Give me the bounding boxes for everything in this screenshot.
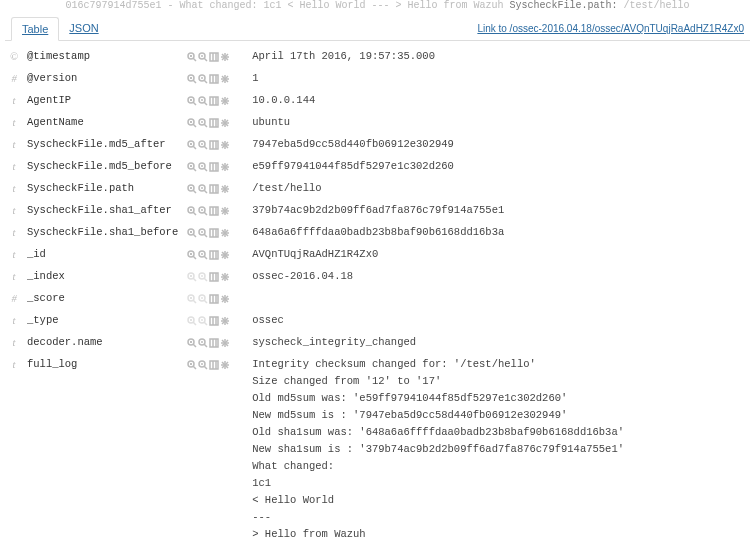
filter-for-icon[interactable]	[186, 246, 197, 263]
exists-filter-icon[interactable]	[219, 136, 230, 153]
exists-filter-icon[interactable]	[219, 246, 230, 263]
filter-for-icon[interactable]	[186, 92, 197, 109]
filter-for-icon[interactable]	[186, 268, 197, 285]
filter-out-icon[interactable]	[197, 224, 208, 241]
exists-filter-icon[interactable]	[219, 334, 230, 351]
table-row: tSyscheckFile.md5_after7947eba5d9cc58d44…	[5, 134, 750, 156]
filter-for-icon[interactable]	[186, 334, 197, 351]
filter-for-icon[interactable]	[186, 48, 197, 65]
svg-line-49	[193, 146, 196, 149]
filter-out-icon[interactable]	[197, 246, 208, 263]
toggle-column-icon[interactable]	[208, 202, 219, 219]
filter-for-icon[interactable]	[186, 114, 197, 131]
filter-out-icon[interactable]	[197, 268, 208, 285]
filter-out-icon[interactable]	[197, 290, 208, 307]
toggle-column-icon[interactable]	[208, 268, 219, 285]
filter-for-icon[interactable]	[186, 70, 197, 87]
tab-json[interactable]: JSON	[59, 17, 108, 40]
exists-filter-icon[interactable]	[219, 48, 230, 65]
toggle-column-icon[interactable]	[208, 290, 219, 307]
field-type-icon: t	[5, 178, 23, 200]
toggle-column-icon[interactable]	[208, 92, 219, 109]
field-name: SyscheckFile.sha1_after	[23, 200, 182, 222]
svg-rect-67	[210, 163, 218, 171]
toggle-column-icon[interactable]	[208, 70, 219, 87]
filter-for-icon[interactable]	[186, 180, 197, 197]
field-name: _score	[23, 288, 182, 310]
field-name: decoder.name	[23, 332, 182, 354]
table-row: tfull_logIntegrity checksum changed for:…	[5, 354, 750, 543]
exists-filter-icon[interactable]	[219, 290, 230, 307]
svg-line-5	[204, 58, 207, 61]
exists-filter-icon[interactable]	[219, 202, 230, 219]
field-value: ossec-2016.04.18	[248, 266, 750, 288]
filter-out-icon[interactable]	[197, 114, 208, 131]
toggle-column-icon[interactable]	[208, 48, 219, 65]
field-value: 10.0.0.144	[248, 90, 750, 112]
toggle-column-icon[interactable]	[208, 334, 219, 351]
filter-for-icon[interactable]	[186, 290, 197, 307]
filter-out-icon[interactable]	[197, 70, 208, 87]
filter-out-icon[interactable]	[197, 202, 208, 219]
doc-link[interactable]: Link to /ossec-2016.04.18/ossec/AVQnTUqj…	[471, 19, 750, 38]
field-type-icon: ©	[5, 46, 23, 68]
filter-out-icon[interactable]	[197, 312, 208, 329]
table-row: tSyscheckFile.md5_beforee59ff97941044f85…	[5, 156, 750, 178]
exists-filter-icon[interactable]	[219, 158, 230, 175]
view-tabs: Table JSON Link to /ossec-2016.04.18/oss…	[5, 13, 750, 41]
field-type-icon: t	[5, 134, 23, 156]
filter-out-icon[interactable]	[197, 158, 208, 175]
filter-for-icon[interactable]	[186, 312, 197, 329]
field-name: @timestamp	[23, 46, 182, 68]
field-value: 648a6a6ffffdaa0badb23b8baf90b6168dd16b3a	[248, 222, 750, 244]
exists-filter-icon[interactable]	[219, 268, 230, 285]
toggle-column-icon[interactable]	[208, 136, 219, 153]
filter-out-icon[interactable]	[197, 356, 208, 373]
exists-filter-icon[interactable]	[219, 114, 230, 131]
filter-for-icon[interactable]	[186, 356, 197, 373]
table-row: tSyscheckFile.sha1_before648a6a6ffffdaa0…	[5, 222, 750, 244]
filter-out-icon[interactable]	[197, 180, 208, 197]
toggle-column-icon[interactable]	[208, 312, 219, 329]
exists-filter-icon[interactable]	[219, 224, 230, 241]
toggle-column-icon[interactable]	[208, 224, 219, 241]
filter-for-icon[interactable]	[186, 202, 197, 219]
table-row: ©@timestampApril 17th 2016, 19:57:35.000	[5, 46, 750, 68]
exists-filter-icon[interactable]	[219, 92, 230, 109]
toggle-column-icon[interactable]	[208, 158, 219, 175]
svg-rect-19	[210, 75, 218, 83]
exists-filter-icon[interactable]	[219, 180, 230, 197]
field-value: Integrity checksum changed for: '/test/h…	[248, 354, 750, 543]
field-type-icon: t	[5, 310, 23, 332]
filter-out-icon[interactable]	[197, 136, 208, 153]
svg-line-125	[204, 278, 207, 281]
svg-rect-43	[210, 119, 218, 127]
field-actions	[182, 134, 248, 156]
field-actions	[182, 178, 248, 200]
exists-filter-icon[interactable]	[219, 70, 230, 87]
svg-line-41	[204, 124, 207, 127]
table-row: #@version1	[5, 68, 750, 90]
svg-rect-31	[210, 97, 218, 105]
field-value: 7947eba5d9cc58d440fb06912e302949	[248, 134, 750, 156]
filter-for-icon[interactable]	[186, 136, 197, 153]
field-actions	[182, 332, 248, 354]
tab-table[interactable]: Table	[11, 17, 59, 41]
field-name: @version	[23, 68, 182, 90]
filter-out-icon[interactable]	[197, 48, 208, 65]
exists-filter-icon[interactable]	[219, 312, 230, 329]
toggle-column-icon[interactable]	[208, 356, 219, 373]
filter-for-icon[interactable]	[186, 158, 197, 175]
svg-line-157	[193, 344, 196, 347]
svg-line-121	[193, 278, 196, 281]
toggle-column-icon[interactable]	[208, 180, 219, 197]
toggle-column-icon[interactable]	[208, 246, 219, 263]
toggle-column-icon[interactable]	[208, 114, 219, 131]
filter-out-icon[interactable]	[197, 92, 208, 109]
table-row: tSyscheckFile.sha1_after379b74ac9b2d2b09…	[5, 200, 750, 222]
svg-line-145	[193, 322, 196, 325]
filter-out-icon[interactable]	[197, 334, 208, 351]
filter-for-icon[interactable]	[186, 224, 197, 241]
field-type-icon: t	[5, 332, 23, 354]
exists-filter-icon[interactable]	[219, 356, 230, 373]
